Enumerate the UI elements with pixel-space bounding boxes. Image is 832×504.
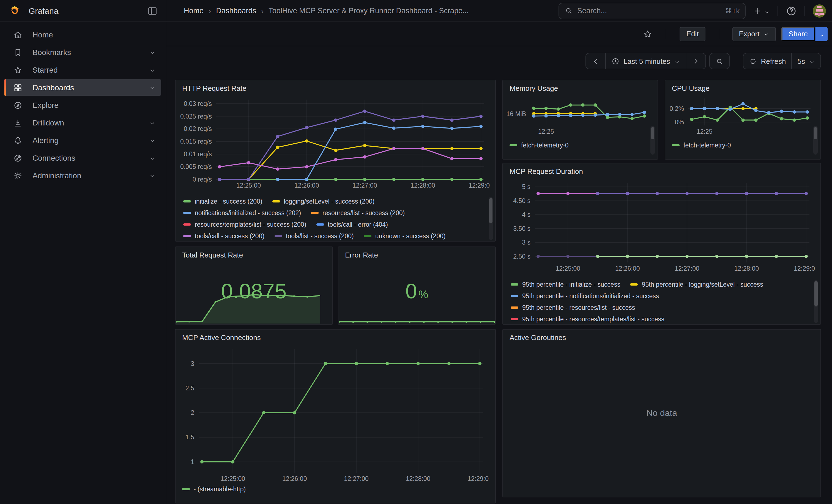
svg-text:16 MiB: 16 MiB [506, 110, 526, 117]
sidebar-item-starred[interactable]: Starred [4, 62, 161, 78]
sidebar-item-drilldown[interactable]: Drilldown [4, 114, 161, 131]
legend-item[interactable]: tools/call - success (200) [183, 233, 264, 239]
svg-text:0.02 req/s: 0.02 req/s [184, 125, 212, 132]
add-new-button[interactable] [753, 6, 762, 15]
legend-item[interactable]: logging/setLevel - success (200) [272, 198, 374, 205]
panel-title[interactable]: CPU Usage [665, 80, 821, 92]
cpu-usage-chart[interactable]: 12:250.2%0% [666, 95, 816, 136]
chevron-down-icon [149, 49, 156, 56]
top-nav-right: ⌘+k [558, 2, 826, 19]
series-color-marker [182, 488, 190, 490]
panel-memory-usage: Memory Usage 12:2516 MiB fetch-telemetry… [502, 80, 658, 160]
series-color-marker [183, 200, 191, 203]
panel-title[interactable]: MCP Active Connections [176, 329, 495, 342]
legend-label: notifications/initialized - success (202… [195, 210, 301, 216]
time-forward-button[interactable] [685, 53, 706, 69]
sidebar-item-administration[interactable]: Administration [4, 167, 161, 184]
legend-scrollbar[interactable] [650, 126, 655, 155]
stat-value-wrap: 0 % [338, 247, 495, 324]
search-box[interactable]: ⌘+k [558, 2, 746, 19]
brand-name: Grafana [29, 6, 58, 16]
legend-item[interactable]: resources/templates/list - success (200) [183, 221, 306, 228]
legend-item[interactable]: 95th percentile - resources/list - succe… [511, 304, 635, 311]
sidebar-toggle-button[interactable] [147, 5, 158, 16]
legend-item[interactable]: resources/list - success (200) [311, 210, 405, 216]
svg-text:5 s: 5 s [522, 183, 530, 190]
svg-text:12:28:00: 12:28:00 [406, 475, 431, 482]
sidebar-item-explore[interactable]: Explore [4, 97, 161, 113]
edit-button[interactable]: Edit [680, 27, 705, 41]
gear-icon [13, 171, 23, 180]
time-back-button[interactable] [586, 53, 606, 69]
svg-text:12:28:00: 12:28:00 [734, 265, 759, 272]
breadcrumb-item[interactable]: ToolHive MCP Server & Proxy Runner Dashb… [268, 7, 469, 15]
panel-title[interactable]: MCP Request Duration [503, 163, 821, 176]
breadcrumb-separator: › [261, 6, 264, 15]
sidebar-item-dashboards[interactable]: Dashboards [4, 79, 161, 96]
legend-label: 95th percentile - resources/templates/li… [522, 316, 664, 322]
legend-scrollbar[interactable] [814, 280, 818, 323]
legend-item[interactable]: fetch-telemetry-0 [672, 142, 731, 149]
legend-label: tools/list - success (200) [286, 233, 354, 239]
panel-cpu-usage: CPU Usage 12:250.2%0% fetch-telemetry-0 [665, 80, 821, 160]
top-nav-bar: Grafana Home›Dashboards›ToolHive MCP Ser… [0, 0, 832, 22]
legend-item[interactable]: 95th percentile - logging/setLevel - suc… [630, 281, 763, 288]
panel-title[interactable]: Memory Usage [503, 80, 657, 92]
legend-scrollbar[interactable] [489, 197, 493, 240]
legend-label: resources/templates/list - success (200) [195, 221, 306, 228]
no-data-message: No data [503, 329, 821, 497]
legend-scrollbar[interactable] [813, 126, 818, 155]
time-range-picker[interactable]: Last 5 minutes [605, 53, 686, 69]
svg-text:12:27:00: 12:27:00 [675, 265, 699, 272]
sidebar-item-home[interactable]: Home [4, 26, 161, 43]
refresh-icon [749, 57, 757, 65]
panel-title[interactable]: HTTP Request Rate [176, 80, 495, 92]
legend-item[interactable]: - (streamable-http) [182, 486, 246, 493]
legend-item[interactable]: tools/call - error (404) [316, 221, 388, 228]
svg-text:4 s: 4 s [522, 211, 530, 218]
error-rate-unit: % [418, 288, 428, 301]
sidebar-item-alerting[interactable]: Alerting [4, 132, 161, 149]
refresh-button[interactable]: Refresh [743, 53, 792, 69]
favorite-star-button[interactable] [643, 29, 653, 39]
legend-label: 95th percentile - initialize - success [522, 281, 620, 288]
sidebar-item-label: Administration [32, 171, 81, 180]
legend-item[interactable]: tools/list - success (200) [274, 233, 354, 239]
legend-item[interactable]: 95th percentile - notifications/initiali… [511, 293, 659, 299]
zoom-out-button[interactable] [709, 53, 729, 69]
memory-usage-chart[interactable]: 12:2516 MiB [504, 95, 653, 136]
chevron-down-icon [149, 120, 156, 126]
legend-label: logging/setLevel - success (200) [284, 198, 374, 205]
legend-item[interactable]: notifications/initialized - success (202… [183, 210, 301, 216]
series-color-marker [183, 223, 191, 226]
search-input[interactable] [577, 7, 725, 15]
series-color-marker [364, 235, 371, 237]
svg-text:12:29:00: 12:29:00 [467, 475, 489, 482]
legend-item[interactable]: unknown - success (200) [364, 233, 446, 239]
chevron-down-icon [149, 67, 156, 73]
panel-mcp-request-duration: MCP Request Duration 12:25:0012:26:0012:… [502, 163, 821, 325]
legend-item[interactable]: 95th percentile - initialize - success [511, 281, 620, 288]
breadcrumb-item[interactable]: Home [184, 7, 204, 15]
share-button[interactable]: Share [782, 27, 815, 41]
mcp-active-connections-chart[interactable]: 12:25:0012:26:0012:27:0012:28:0012:29:00… [179, 345, 489, 484]
share-options-button[interactable] [815, 27, 828, 41]
sidebar-item-label: Drilldown [32, 118, 64, 127]
http-request-rate-chart[interactable]: 12:25:0012:26:0012:27:0012:28:0012:29:00… [179, 96, 490, 190]
legend-item[interactable]: fetch-telemetry-0 [510, 142, 569, 149]
avatar[interactable] [813, 4, 826, 17]
chevron-down-icon[interactable] [764, 8, 770, 14]
legend-item[interactable]: initialize - success (200) [183, 198, 262, 205]
refresh-interval-picker[interactable]: 5s [791, 53, 821, 69]
help-button[interactable] [786, 5, 797, 16]
svg-text:0.2%: 0.2% [670, 105, 684, 112]
mcp-request-duration-chart[interactable]: 12:25:0012:26:0012:27:0012:28:0012:29:00… [506, 179, 815, 273]
export-button[interactable]: Export [732, 27, 776, 41]
compass-icon [13, 100, 23, 110]
svg-text:3: 3 [191, 360, 194, 367]
stat-value-wrap: 0.0875 [176, 247, 332, 324]
sidebar-item-bookmarks[interactable]: Bookmarks [4, 44, 161, 60]
sidebar-item-connections[interactable]: Connections [4, 150, 161, 166]
breadcrumb-item[interactable]: Dashboards [216, 7, 256, 15]
legend-item[interactable]: 95th percentile - resources/templates/li… [511, 316, 664, 322]
